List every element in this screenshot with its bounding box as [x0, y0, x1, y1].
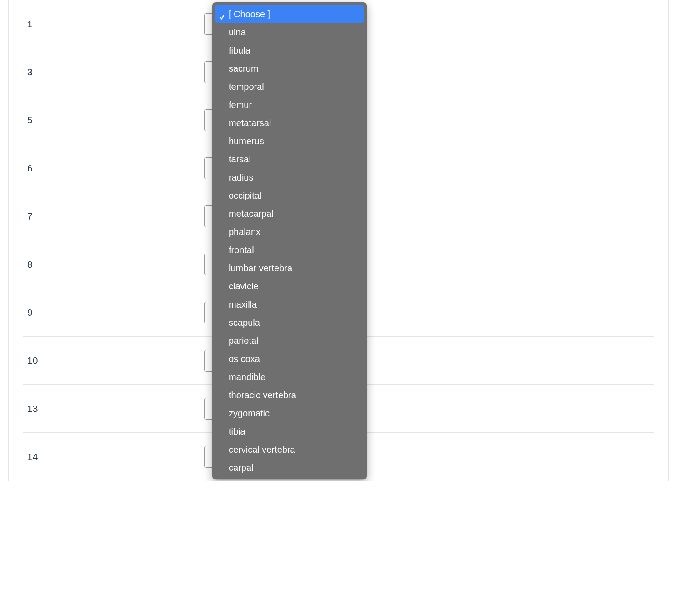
dropdown-option[interactable]: fibula: [215, 41, 364, 59]
question-number-label: 6: [23, 163, 204, 174]
dropdown-option-label: clavicle: [229, 281, 259, 291]
dropdown-option-label: [ Choose ]: [229, 9, 270, 19]
dropdown-option-label: mandible: [229, 372, 265, 382]
dropdown-option[interactable]: tarsal: [215, 150, 364, 168]
dropdown-option-label: thoracic vertebra: [229, 390, 296, 400]
question-number-label: 8: [23, 259, 204, 270]
dropdown-option-label: sacrum: [229, 64, 259, 73]
question-number-label: 1: [23, 19, 204, 29]
dropdown-option[interactable]: sacrum: [215, 59, 364, 78]
dropdown-option[interactable]: frontal: [215, 241, 364, 259]
dropdown-option-label: scapula: [229, 318, 260, 328]
dropdown-option-label: femur: [229, 100, 252, 110]
dropdown-option-label: os coxa: [229, 354, 260, 364]
dropdown-option[interactable]: mandible: [215, 368, 364, 386]
dropdown-option[interactable]: carpal: [215, 459, 364, 477]
dropdown-option[interactable]: humerus: [215, 132, 364, 150]
question-number-label: 3: [23, 67, 204, 78]
question-number-label: 5: [23, 115, 204, 126]
dropdown-option[interactable]: radius: [215, 168, 364, 186]
dropdown-option[interactable]: femur: [215, 96, 364, 114]
dropdown-option-label: zygomatic: [229, 408, 270, 418]
question-number-label: 7: [23, 211, 204, 222]
question-number-label: 14: [23, 451, 204, 462]
dropdown-option-label: tibia: [229, 426, 245, 436]
dropdown-option-label: tarsal: [229, 154, 251, 164]
dropdown-option[interactable]: maxilla: [215, 295, 364, 313]
dropdown-option[interactable]: scapula: [215, 313, 364, 332]
dropdown-option[interactable]: [ Choose ]: [215, 5, 364, 23]
question-number-label: 9: [23, 307, 204, 318]
dropdown-option[interactable]: os coxa: [215, 350, 364, 368]
dropdown-option[interactable]: occipital: [215, 186, 364, 205]
dropdown-option-label: radius: [229, 172, 253, 182]
dropdown-option[interactable]: metatarsal: [215, 114, 364, 132]
dropdown-option-label: metacarpal: [229, 209, 274, 219]
dropdown-option[interactable]: lumbar vertebra: [215, 259, 364, 277]
dropdown-option[interactable]: zygomatic: [215, 404, 364, 422]
dropdown-option[interactable]: metacarpal: [215, 205, 364, 223]
dropdown-option[interactable]: tibia: [215, 422, 364, 440]
dropdown-option[interactable]: temporal: [215, 78, 364, 96]
dropdown-option-label: cervical vertebra: [229, 445, 295, 455]
dropdown-option-label: maxilla: [229, 299, 257, 309]
dropdown-option-label: phalanx: [229, 227, 260, 237]
dropdown-option[interactable]: parietal: [215, 332, 364, 350]
dropdown-option-label: humerus: [229, 136, 264, 146]
dropdown-option-label: lumbar vertebra: [229, 263, 292, 273]
matching-question-panel: 1[ Choose ]3[ Choose ]5[ Choose ]6[ Choo…: [8, 0, 669, 481]
dropdown-option[interactable]: phalanx: [215, 223, 364, 241]
dropdown-menu-open[interactable]: [ Choose ]ulnafibulasacrumtemporalfemurm…: [212, 2, 367, 479]
dropdown-option[interactable]: thoracic vertebra: [215, 386, 364, 404]
dropdown-option-label: frontal: [229, 245, 254, 255]
dropdown-option-label: temporal: [229, 82, 264, 92]
dropdown-option-label: parietal: [229, 336, 259, 346]
dropdown-option-label: carpal: [229, 463, 253, 473]
dropdown-option[interactable]: clavicle: [215, 277, 364, 295]
dropdown-option-label: occipital: [229, 191, 261, 200]
dropdown-option-label: fibula: [229, 45, 250, 55]
check-icon: [219, 11, 225, 17]
dropdown-option[interactable]: cervical vertebra: [215, 440, 364, 459]
dropdown-option[interactable]: ulna: [215, 23, 364, 41]
dropdown-option-label: ulna: [229, 27, 246, 37]
dropdown-option-label: metatarsal: [229, 118, 271, 128]
question-number-label: 10: [23, 355, 204, 366]
question-number-label: 13: [23, 403, 204, 414]
